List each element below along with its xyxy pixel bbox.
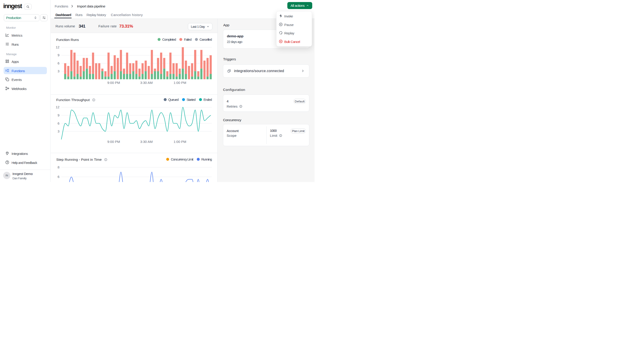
svg-text:6: 6 [57,61,59,65]
svg-text:6: 6 [57,121,59,125]
svg-text:3:30 AM: 3:30 AM [140,81,153,85]
svg-text:9: 9 [57,53,59,57]
svg-text:8: 8 [57,165,59,169]
svg-text:3: 3 [57,129,59,133]
svg-text:1:00 PM: 1:00 PM [174,81,186,85]
svg-text:9:00 PM: 9:00 PM [107,140,120,144]
svg-text:1:00 PM: 1:00 PM [174,140,186,144]
svg-text:12: 12 [56,105,60,109]
svg-text:3: 3 [57,69,59,73]
svg-text:9: 9 [57,113,59,117]
svg-text:9:00 PM: 9:00 PM [107,81,120,85]
svg-text:3:30 AM: 3:30 AM [140,140,153,144]
svg-text:12: 12 [56,45,60,49]
svg-text:6: 6 [57,175,59,179]
